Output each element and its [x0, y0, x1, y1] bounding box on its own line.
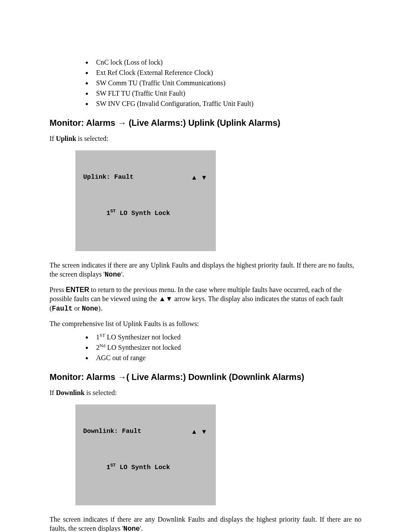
lcd-text: 1 [106, 464, 110, 471]
heading-text: ( Live Alarms:) Downlink (Downlink Alarm… [126, 372, 304, 382]
list-item: SW Comm TU (Traffic Unit Communications) [93, 79, 361, 87]
text: is selected: [76, 135, 109, 142]
uplink-lcd-display: Uplink: Fault ▲ ▼ 1ST LO Synth Lock [75, 150, 216, 251]
lcd-line-2: 1ST LO Synth Lock [83, 454, 208, 481]
lcd-line-2: 1ST LO Synth Lock [83, 200, 208, 227]
text: LO Synthesizer not locked [105, 333, 181, 341]
heading-text: (Live Alarms:) Uplink (Uplink Alarms) [126, 118, 280, 128]
list-item: SW INV CFG (Invalid Configuration, Traff… [93, 100, 361, 108]
arrow-right-icon: → [118, 118, 126, 128]
ordinal-superscript: ST [110, 208, 116, 214]
text: or [72, 305, 81, 312]
text: If [50, 135, 56, 142]
list-item: CnC lock (Loss of lock) [93, 59, 361, 66]
downlink-label: Downlink [56, 389, 85, 396]
document-page: CnC lock (Loss of lock) Ext Ref Clock (E… [0, 0, 411, 532]
lcd-line-1: Uplink: Fault ▲ ▼ [83, 173, 208, 182]
none-label: None [105, 271, 121, 279]
list-item: SW FLT TU (Traffic Unit Fault) [93, 90, 361, 97]
uplink-para-2: Press ENTER to return to the previous me… [50, 285, 361, 314]
fault-label: Fault [52, 305, 72, 313]
text: ). [98, 305, 102, 312]
arrow-right-icon: → [118, 372, 126, 382]
text: 2 [96, 344, 100, 351]
lcd-text: 1 [106, 210, 110, 217]
lcd-text: Downlink: Fault [83, 427, 141, 436]
ordinal-superscript: Nd [100, 343, 106, 348]
up-down-arrows-icon: ▲ ▼ [191, 173, 208, 182]
uplink-list-intro: The comprehensive list of Uplink Faults … [50, 319, 361, 329]
downlink-intro: If Downlink is selected: [50, 388, 361, 398]
list-item: AGC out of range [93, 354, 361, 362]
lcd-text: LO Synth Lock [116, 210, 170, 217]
uplink-fault-list: 1ST LO Synthesizer not locked 2Nd LO Syn… [50, 333, 361, 362]
uplink-label: Uplink [56, 135, 76, 142]
text: LO Synthesizer not locked [106, 344, 181, 351]
ordinal-superscript: ST [110, 463, 116, 468]
downlink-para-1: The screen indicates if there are any Do… [50, 515, 361, 532]
uplink-para-1: The screen indicates if there are any Up… [50, 261, 361, 280]
text: The screen indicates if there are any Do… [50, 516, 361, 532]
none-label: None [82, 305, 98, 313]
uplink-heading: Monitor: Alarms → (Live Alarms:) Uplink … [50, 118, 361, 128]
up-down-triangle-icon: ▲▼ [159, 295, 173, 302]
lcd-text: LO Synth Lock [116, 464, 170, 471]
text: Press [50, 286, 66, 293]
text: 1 [96, 333, 100, 341]
lcd-line-1: Downlink: Fault ▲ ▼ [83, 427, 208, 436]
uplink-intro: If Uplink is selected: [50, 134, 361, 143]
downlink-heading: Monitor: Alarms →( Live Alarms:) Downlin… [50, 372, 361, 382]
list-item: 2Nd LO Synthesizer not locked [93, 344, 361, 352]
text: If [50, 389, 56, 396]
heading-text: Monitor: Alarms [50, 118, 118, 128]
list-item: 1ST LO Synthesizer not locked [93, 333, 361, 341]
heading-text: Monitor: Alarms [50, 372, 118, 382]
text: '. [121, 271, 124, 278]
text: is selected: [84, 389, 117, 396]
ordinal-superscript: ST [100, 333, 105, 338]
text: '. [140, 525, 143, 532]
lcd-text: Uplink: Fault [83, 173, 134, 182]
top-bullet-list: CnC lock (Loss of lock) Ext Ref Clock (E… [50, 59, 361, 108]
list-item: Ext Ref Clock (External Reference Clock) [93, 69, 361, 77]
enter-key-label: ENTER [66, 286, 89, 293]
text: The screen indicates if there are any Up… [50, 261, 354, 278]
downlink-lcd-display: Downlink: Fault ▲ ▼ 1ST LO Synth Lock [75, 404, 216, 505]
up-down-arrows-icon: ▲ ▼ [191, 427, 208, 436]
none-label: None [123, 525, 140, 532]
